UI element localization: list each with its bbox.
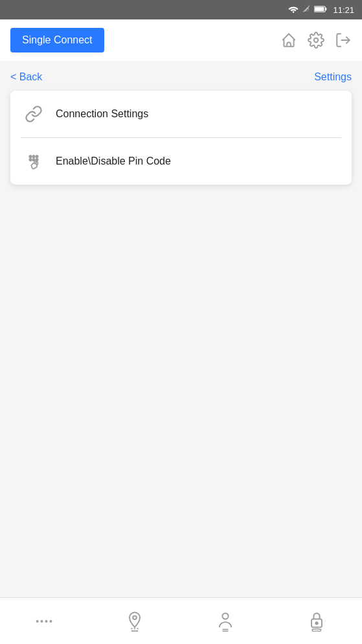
svg-rect-1	[315, 7, 324, 11]
connection-settings-item[interactable]: Connection Settings	[10, 91, 352, 137]
status-time: 11:21	[333, 5, 354, 15]
main-content: < Back Settings Connection Settings	[0, 61, 362, 185]
settings-icon[interactable]	[308, 32, 324, 49]
status-icons: 11:21	[288, 4, 354, 16]
svg-point-8	[30, 159, 32, 161]
wifi-icon	[288, 4, 299, 16]
pin-code-label: Enable\Disable Pin Code	[56, 155, 171, 167]
nav-row: < Back Settings	[10, 61, 352, 91]
dots-icon: ••••	[36, 616, 54, 627]
svg-point-3	[314, 38, 319, 43]
lock-icon	[307, 611, 326, 632]
location-icon	[125, 611, 144, 632]
logout-icon[interactable]	[335, 32, 352, 49]
pin-icon	[23, 151, 44, 172]
svg-point-20	[315, 622, 317, 624]
signal-icon	[302, 4, 311, 16]
svg-point-21	[315, 630, 316, 631]
svg-rect-2	[326, 8, 327, 10]
app-title-button[interactable]: Single Connect	[10, 28, 104, 52]
bottom-nav-dots[interactable]: ••••	[36, 616, 54, 627]
pin-code-item[interactable]: Enable\Disable Pin Code	[10, 138, 352, 185]
svg-point-23	[317, 630, 319, 631]
link-icon	[23, 104, 44, 124]
bottom-nav-location[interactable]	[125, 611, 144, 632]
app-bar-icons	[280, 32, 352, 49]
user-icon	[216, 611, 235, 632]
settings-card: Connection Settings	[10, 91, 352, 185]
connection-settings-label: Connection Settings	[56, 108, 148, 120]
svg-point-6	[33, 155, 35, 157]
svg-point-10	[36, 159, 38, 161]
settings-button[interactable]: Settings	[314, 71, 352, 83]
svg-point-9	[33, 159, 35, 161]
svg-point-16	[223, 613, 229, 619]
svg-point-11	[133, 615, 137, 619]
bottom-nav: ••••	[0, 597, 362, 644]
svg-point-7	[36, 155, 38, 157]
bottom-nav-user[interactable]	[216, 611, 235, 632]
svg-point-5	[30, 155, 32, 157]
bottom-nav-lock[interactable]	[307, 611, 326, 632]
back-button[interactable]: < Back	[10, 71, 42, 83]
status-bar: 11:21	[0, 0, 362, 19]
battery-icon	[314, 4, 327, 16]
home-icon[interactable]	[280, 32, 297, 49]
svg-point-22	[316, 630, 317, 631]
app-bar: Single Connect	[0, 19, 362, 61]
